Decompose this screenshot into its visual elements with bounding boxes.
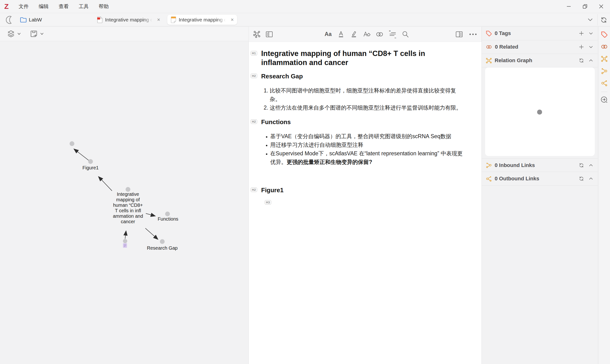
menu-view[interactable]: 查看: [59, 3, 69, 10]
graph-icon[interactable]: [253, 30, 261, 39]
panel-right-icon[interactable]: [455, 30, 464, 39]
svg-text:“: “: [389, 30, 391, 34]
svg-text:T cells in infl: T cells in infl: [115, 208, 141, 213]
outbound-links-count-label: 0 Outbound Links: [495, 176, 539, 182]
h2-badge: H2: [251, 187, 257, 192]
research-gap-list: 比较不同图谱中的细胞亚型时，细胞亚型注释标准的差异使得直接比较变得复杂。 这些方…: [261, 86, 464, 112]
related-count-label: 0 Related: [495, 44, 518, 50]
inbound-links-count-label: 0 Inbound Links: [495, 162, 535, 169]
h2-badge: H2: [251, 74, 257, 78]
chevron-down-icon[interactable]: [588, 30, 594, 36]
pdf-icon: [97, 16, 103, 23]
sidebar-icon-strip: [598, 27, 610, 364]
chevron-up-icon[interactable]: [588, 162, 594, 168]
graph-node-dot[interactable]: [165, 211, 170, 216]
related-icon: [486, 44, 492, 50]
panel-left-icon[interactable]: [265, 30, 273, 39]
layers-icon: [7, 30, 15, 38]
tags-section-header[interactable]: 0 Tags: [482, 27, 598, 40]
list-item: 用迁移学习方法进行自动细胞亚型注释: [270, 141, 466, 149]
text-format-icon[interactable]: Aa: [324, 30, 332, 39]
graph-node-dot[interactable]: [70, 141, 74, 146]
close-icon[interactable]: ×: [230, 17, 234, 22]
close-icon[interactable]: [598, 4, 604, 9]
list-item: 在Supervised Mode下，scAtlasVAE 在“latent re…: [270, 149, 466, 166]
moon-icon[interactable]: [6, 15, 15, 24]
highlight-icon[interactable]: [350, 30, 358, 39]
related-icon[interactable]: [600, 43, 608, 51]
svg-text:ammation and: ammation and: [113, 213, 143, 219]
chevron-up-icon[interactable]: [588, 176, 594, 182]
svg-text:Integrative: Integrative: [117, 192, 139, 197]
menu-file[interactable]: 文件: [19, 3, 29, 10]
sync-icon[interactable]: [579, 176, 584, 182]
note-icon: [171, 16, 176, 23]
note-doc-icon[interactable]: [123, 243, 127, 248]
layers-menu-button[interactable]: [7, 30, 21, 38]
library-tab-label: LabW: [29, 17, 42, 23]
text-color-icon[interactable]: [337, 30, 345, 39]
folder-icon: [20, 17, 27, 23]
graph-node-dot[interactable]: [88, 159, 93, 164]
inbound-links-section-header[interactable]: 0 Inbound Links: [482, 158, 598, 172]
outbound-links-section-header[interactable]: 0 Outbound Links: [482, 172, 598, 186]
search-icon[interactable]: [401, 30, 410, 39]
tag-icon[interactable]: [600, 30, 608, 39]
chevron-down-icon[interactable]: [588, 44, 594, 50]
heading-functions: H2 Functions: [261, 118, 471, 126]
outbound-links-icon[interactable]: [600, 79, 608, 87]
plus-icon[interactable]: [579, 44, 584, 50]
list-item: 基于VAE（变分自编码器）的工具，整合跨研究图谱级别的scRNA Seq数据: [270, 132, 466, 141]
relation-graph-section-header[interactable]: Relation Graph: [482, 54, 598, 67]
library-tab[interactable]: LabW: [20, 15, 42, 24]
divider: [601, 92, 607, 92]
editor-toolbar: Aa “„: [249, 27, 481, 42]
chevron-up-icon[interactable]: [588, 58, 594, 63]
chevron-down-icon: [17, 32, 21, 35]
sync-icon[interactable]: [579, 58, 584, 63]
export-menu-button[interactable]: [29, 30, 44, 38]
graph-node-dot[interactable]: [160, 239, 165, 244]
mindmap-node-title[interactable]: Integrative mapping of human “CD8+ T cel…: [113, 192, 143, 224]
more-icon[interactable]: [469, 30, 477, 39]
menu-edit[interactable]: 编辑: [39, 3, 49, 10]
export-circle-icon[interactable]: [600, 96, 608, 104]
list-item: 这些方法在使用来自多个图谱的不同细胞亚型注释进行半监督训练时能力有限。: [270, 104, 464, 112]
tags-count-label: 0 Tags: [495, 30, 511, 37]
relation-graph-canvas[interactable]: [485, 67, 595, 156]
chevron-down-icon[interactable]: [587, 17, 594, 23]
relation-graph-icon[interactable]: [600, 55, 608, 63]
tab-pdf[interactable]: Integrative mapping of h ×: [94, 15, 163, 25]
tag-icon: [486, 30, 492, 37]
mindmap-node-research-gap[interactable]: Research Gap: [147, 245, 178, 251]
tab-note[interactable]: Integrative mapping of h ×: [167, 15, 237, 25]
mindmap-node-functions[interactable]: Functions: [158, 216, 179, 221]
heading-figure1: H2 Figure1: [261, 186, 471, 194]
close-icon[interactable]: ×: [156, 17, 161, 22]
graph-node-dot[interactable]: [126, 187, 130, 192]
sync-icon[interactable]: [579, 162, 584, 168]
clear-format-icon[interactable]: [363, 30, 371, 39]
graph-node-dot[interactable]: [123, 239, 127, 243]
chevron-down-icon: [40, 32, 44, 35]
note-title: H1 Integrative mapping of human “CD8+ T …: [261, 49, 466, 67]
citation-icon[interactable]: “„: [388, 30, 397, 39]
minimize-icon[interactable]: [566, 4, 571, 9]
item-sidebar: 0 Tags 0 Related Relation Graph: [481, 27, 598, 364]
plus-icon[interactable]: [579, 30, 584, 36]
maximize-icon[interactable]: [582, 4, 588, 9]
mindmap-canvas[interactable]: Figure1 Integrative mapping of human “CD…: [0, 41, 248, 364]
note-editor-content[interactable]: H1 Integrative mapping of human “CD8+ T …: [249, 42, 481, 364]
h3-badge: H3: [265, 200, 271, 205]
sync-icon[interactable]: [600, 16, 607, 24]
mindmap-node-figure1[interactable]: Figure1: [82, 165, 99, 170]
empty-h3-heading: H3: [261, 200, 471, 205]
link-icon[interactable]: [375, 30, 384, 39]
menu-tools[interactable]: 工具: [79, 3, 89, 10]
menu-help[interactable]: 帮助: [99, 3, 109, 10]
inbound-links-icon[interactable]: [600, 67, 608, 75]
relation-graph-node[interactable]: [537, 110, 542, 115]
svg-text:mapping of: mapping of: [116, 197, 140, 202]
menu-bar: Z 文件 编辑 查看 工具 帮助: [0, 0, 610, 13]
related-section-header[interactable]: 0 Related: [482, 40, 598, 54]
